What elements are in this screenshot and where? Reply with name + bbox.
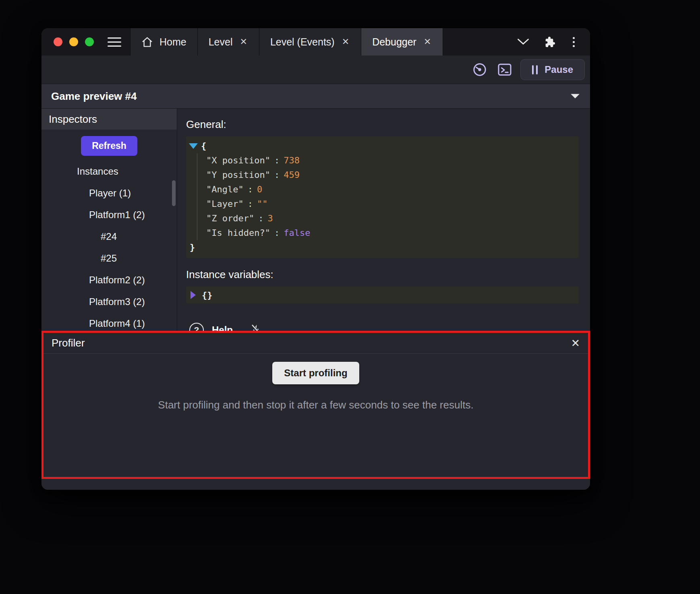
- property-colon: :: [248, 182, 253, 197]
- inspectors-header: Inspectors: [41, 109, 177, 130]
- tree-item-instances[interactable]: Instances: [41, 161, 177, 182]
- game-preview-bar[interactable]: Game preview #4: [41, 84, 590, 109]
- tree-item-player[interactable]: Player (1): [41, 182, 177, 204]
- property-list: "X position":738 "Y position":459 "Angle…: [197, 153, 579, 240]
- json-open-row: {: [186, 139, 579, 153]
- tab-label: Level (Events): [270, 36, 335, 48]
- menu-icon[interactable]: [108, 28, 121, 56]
- refresh-button[interactable]: Refresh: [81, 136, 137, 156]
- help-icon[interactable]: ?: [189, 323, 204, 331]
- property-key: "Z order": [206, 211, 254, 226]
- extensions-puzzle-icon[interactable]: [544, 35, 557, 48]
- inspectors-sidebar: Inspectors Refresh Instances Player (1) …: [41, 109, 177, 331]
- inspectors-tree: Refresh Instances Player (1) Platform1 (…: [41, 130, 177, 331]
- property-row: "Y position":459: [206, 168, 579, 182]
- home-icon: [141, 36, 153, 48]
- property-row: "Layer":"": [206, 197, 579, 211]
- property-row: "Z order":3: [206, 211, 579, 226]
- help-row: ? Help: [186, 323, 579, 331]
- sidebar-scrollbar[interactable]: [172, 180, 176, 206]
- tabs: Home Level ✕ Level (Events) ✕ Debugger ✕: [130, 28, 443, 56]
- debugger-toolbar: Pause: [41, 56, 590, 84]
- property-key: "Is hidden?": [206, 226, 270, 240]
- property-key: "X position": [206, 153, 270, 168]
- pause-icon: [532, 65, 538, 74]
- app-window: Home Level ✕ Level (Events) ✕ Debugger ✕: [41, 28, 590, 490]
- tab-label: Home: [159, 36, 186, 48]
- property-colon: :: [258, 211, 263, 226]
- expand-triangle-icon[interactable]: [191, 291, 196, 299]
- help-label[interactable]: Help: [212, 324, 233, 331]
- profiler-panel: Profiler ✕ Start profiling Start profili…: [41, 331, 590, 479]
- property-key: "Layer": [206, 197, 244, 211]
- close-window-button[interactable]: [54, 37, 62, 46]
- tab-label: Level: [209, 36, 233, 48]
- property-key: "Y position": [206, 168, 270, 182]
- open-brace: {: [201, 139, 206, 153]
- tab-debugger[interactable]: Debugger ✕: [361, 28, 443, 56]
- console-icon[interactable]: [495, 60, 514, 79]
- tree-item-platform3[interactable]: Platform3 (2): [41, 291, 177, 313]
- instance-variables-panel: {}: [186, 287, 579, 303]
- property-row: "Angle":0: [206, 182, 579, 197]
- close-tab-icon[interactable]: ✕: [423, 37, 432, 47]
- more-options-icon[interactable]: [571, 35, 576, 49]
- window-bottom-strip: [41, 479, 590, 490]
- property-row: "X position":738: [206, 153, 579, 168]
- property-colon: :: [248, 197, 253, 211]
- close-brace: }: [190, 240, 195, 255]
- tab-bar: Home Level ✕ Level (Events) ✕ Debugger ✕: [41, 28, 590, 56]
- profiler-title: Profiler: [52, 337, 85, 349]
- property-value: 738: [284, 153, 300, 168]
- collapse-chevron-icon[interactable]: [570, 93, 580, 99]
- tree-item-instance-25[interactable]: #25: [41, 248, 177, 269]
- flash-off-icon[interactable]: [250, 324, 263, 331]
- inspector-pane: General: { "X position":738 "Y position"…: [177, 109, 590, 331]
- tree-item-platform4[interactable]: Platform4 (1): [41, 313, 177, 331]
- property-row: "Is hidden?":false: [206, 226, 579, 240]
- property-key: "Angle": [206, 182, 244, 197]
- minimize-window-button[interactable]: [69, 37, 78, 46]
- property-value: 459: [284, 168, 300, 182]
- profiler-icon[interactable]: [470, 60, 489, 79]
- property-colon: :: [274, 168, 280, 182]
- chevron-down-icon[interactable]: [517, 38, 529, 45]
- maximize-window-button[interactable]: [85, 37, 94, 46]
- close-profiler-icon[interactable]: ✕: [571, 337, 580, 350]
- close-tab-icon[interactable]: ✕: [341, 37, 350, 47]
- property-value: false: [284, 226, 310, 240]
- profiler-header: Profiler ✕: [43, 333, 588, 354]
- instance-variables-value: {}: [202, 290, 213, 300]
- json-close-row: }: [186, 240, 579, 255]
- close-tab-icon[interactable]: ✕: [239, 37, 248, 47]
- property-value: 0: [257, 182, 262, 197]
- tree-item-platform1[interactable]: Platform1 (2): [41, 204, 177, 226]
- instance-variables-heading: Instance variables:: [186, 268, 579, 281]
- start-profiling-button[interactable]: Start profiling: [272, 362, 359, 384]
- tab-bar-right: [517, 28, 590, 56]
- tree-item-platform2[interactable]: Platform2 (2): [41, 269, 177, 291]
- collapse-triangle-icon[interactable]: [189, 143, 198, 149]
- property-value: 3: [267, 211, 273, 226]
- profiler-body: Start profiling Start profiling and then…: [43, 354, 588, 477]
- tab-label: Debugger: [372, 36, 416, 48]
- property-value: "": [257, 197, 268, 211]
- tab-level[interactable]: Level ✕: [197, 28, 259, 56]
- tab-home[interactable]: Home: [130, 28, 197, 56]
- profiler-description: Start profiling and then stop it after a…: [158, 399, 473, 411]
- tab-level-events[interactable]: Level (Events) ✕: [259, 28, 361, 56]
- property-colon: :: [274, 226, 280, 240]
- general-heading: General:: [186, 118, 579, 131]
- pause-label: Pause: [545, 64, 573, 75]
- debugger-content: Inspectors Refresh Instances Player (1) …: [41, 109, 590, 331]
- game-preview-title: Game preview #4: [51, 90, 137, 103]
- tree-item-instance-24[interactable]: #24: [41, 226, 177, 248]
- property-colon: :: [274, 153, 280, 168]
- window-controls: [41, 28, 104, 56]
- pause-button[interactable]: Pause: [520, 59, 585, 80]
- general-properties-panel: { "X position":738 "Y position":459 "Ang…: [186, 136, 579, 258]
